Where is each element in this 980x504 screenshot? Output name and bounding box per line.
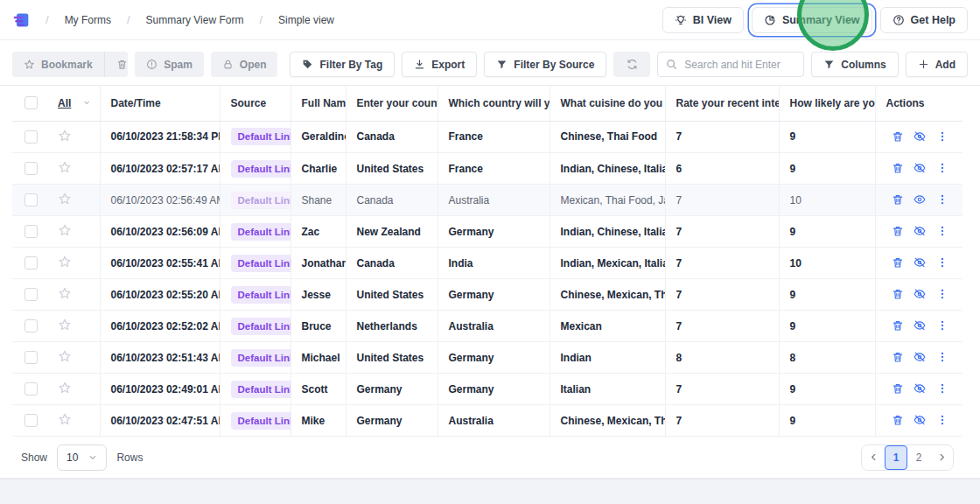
eye-off-icon[interactable] — [914, 414, 926, 426]
source-badge[interactable]: Default Link — [231, 160, 291, 178]
filter-by-tag-button[interactable]: Filter By Tag — [290, 52, 395, 77]
cell-cuisine[interactable]: Chinese, Mexican, Tha... — [550, 405, 665, 437]
cell-rate[interactable]: 7 — [665, 405, 779, 437]
kebab-menu-icon[interactable] — [936, 288, 948, 300]
cell-full-name[interactable]: Michael — [290, 342, 346, 374]
cell-which-country[interactable]: Australia — [438, 311, 550, 342]
cell-cuisine[interactable]: Indian, Chinese, Italian — [550, 153, 665, 185]
get-help-button[interactable]: Get Help — [880, 7, 968, 33]
cell-likely[interactable]: 9 — [779, 121, 875, 153]
table-row[interactable]: 06/10/2023 21:58:34 PMDefault LinkGerald… — [12, 121, 962, 153]
cell-datetime[interactable]: 06/10/2023 02:51:43 AM — [100, 342, 220, 374]
add-button[interactable]: Add — [906, 52, 968, 77]
kebab-menu-icon[interactable] — [936, 414, 948, 426]
eye-off-icon[interactable] — [914, 319, 926, 332]
table-row[interactable]: 06/10/2023 02:55:20 AMDefault LinkJesseU… — [12, 279, 962, 311]
cell-country[interactable]: Canada — [346, 185, 438, 216]
cell-which-country[interactable]: Germany — [438, 216, 550, 248]
kebab-menu-icon[interactable] — [936, 225, 948, 237]
cell-rate[interactable]: 7 — [665, 185, 779, 216]
cell-cuisine[interactable]: Indian, Chinese, Italian — [550, 216, 665, 248]
cell-rate[interactable]: 6 — [665, 153, 779, 185]
cell-cuisine[interactable]: Indian — [550, 342, 665, 374]
eye-off-icon[interactable] — [914, 162, 926, 174]
cell-datetime[interactable]: 06/10/2023 02:49:01 AM — [100, 374, 220, 405]
select-all-checkbox[interactable] — [24, 96, 38, 109]
star-icon[interactable] — [58, 129, 72, 143]
cell-country[interactable]: New Zealand — [346, 216, 438, 248]
cell-country[interactable]: United States — [346, 279, 438, 311]
bookmark-button[interactable]: Bookmark — [12, 52, 105, 77]
cell-datetime[interactable]: 06/10/2023 02:56:49 AM — [100, 185, 220, 216]
eye-icon[interactable] — [914, 193, 926, 206]
cell-full-name[interactable]: Zac — [290, 216, 346, 248]
search-input[interactable] — [657, 52, 804, 77]
cell-cuisine[interactable]: Indian, Mexican, Italian — [550, 248, 665, 279]
cell-datetime[interactable]: 06/10/2023 21:58:34 PM — [100, 121, 220, 153]
cell-cuisine[interactable]: Chinese, Thai Food — [550, 121, 665, 153]
cell-rate[interactable]: 7 — [665, 279, 779, 311]
cell-full-name[interactable]: Charlie — [290, 153, 346, 185]
star-icon[interactable] — [58, 412, 72, 426]
kebab-menu-icon[interactable] — [936, 319, 948, 332]
columns-button[interactable]: Columns — [811, 52, 898, 77]
eye-off-icon[interactable] — [914, 256, 926, 269]
page-button-2[interactable]: 2 — [907, 445, 930, 470]
trash-icon[interactable] — [892, 351, 904, 363]
app-logo-icon[interactable] — [12, 11, 30, 29]
eye-off-icon[interactable] — [914, 225, 926, 237]
cell-rate[interactable]: 7 — [665, 121, 779, 153]
table-row[interactable]: 06/10/2023 02:52:02 AMDefault LinkBruceN… — [12, 311, 962, 342]
star-icon[interactable] — [58, 160, 72, 174]
cell-datetime[interactable]: 06/10/2023 02:47:51 AM — [100, 405, 220, 437]
trash-icon[interactable] — [892, 319, 904, 332]
col-header-full-name[interactable]: Full Name — [290, 86, 346, 121]
cell-rate[interactable]: 8 — [665, 342, 779, 374]
kebab-menu-icon[interactable] — [936, 351, 948, 363]
row-checkbox[interactable] — [24, 288, 38, 301]
spam-button[interactable]: Spam — [135, 52, 204, 77]
cell-datetime[interactable]: 06/10/2023 02:52:02 AM — [100, 311, 220, 342]
kebab-menu-icon[interactable] — [936, 162, 948, 174]
bi-view-button[interactable]: BI View — [662, 7, 744, 33]
table-row[interactable]: 06/10/2023 02:56:09 AMDefault LinkZacNew… — [12, 216, 962, 248]
cell-full-name[interactable]: Mike — [290, 405, 346, 437]
trash-icon[interactable] — [892, 193, 904, 206]
cell-country[interactable]: Canada — [346, 121, 438, 153]
cell-rate[interactable]: 7 — [665, 374, 779, 405]
cell-full-name[interactable]: Jonathan — [290, 248, 346, 279]
select-all-label[interactable]: All — [58, 97, 71, 109]
table-row[interactable]: 06/10/2023 02:47:51 AMDefault LinkMikeGe… — [12, 405, 962, 437]
cell-likely[interactable]: 9 — [779, 153, 875, 185]
cell-which-country[interactable]: Germany — [438, 374, 550, 405]
cell-likely[interactable]: 9 — [779, 374, 875, 405]
source-badge[interactable]: Default Link — [231, 286, 291, 304]
filter-by-source-button[interactable]: Filter By Source — [484, 52, 606, 77]
trash-icon[interactable] — [892, 225, 904, 237]
cell-country[interactable]: United States — [346, 342, 438, 374]
refresh-button[interactable] — [613, 52, 650, 77]
star-icon[interactable] — [58, 349, 72, 363]
breadcrumb-view-name[interactable]: Simple view — [278, 14, 334, 26]
cell-country[interactable]: Germany — [346, 405, 438, 437]
source-badge[interactable]: Default Link — [231, 381, 291, 398]
delete-button[interactable]: Delete — [105, 52, 128, 77]
prev-page-button[interactable] — [862, 445, 885, 470]
row-checkbox[interactable] — [24, 414, 38, 427]
trash-icon[interactable] — [892, 382, 904, 395]
rows-per-page-select[interactable]: 10 — [57, 444, 107, 471]
cell-which-country[interactable]: France — [438, 121, 550, 153]
cell-which-country[interactable]: India — [438, 248, 550, 279]
kebab-menu-icon[interactable] — [936, 130, 948, 143]
cell-full-name[interactable]: Scott — [290, 374, 346, 405]
row-checkbox[interactable] — [24, 225, 38, 238]
trash-icon[interactable] — [892, 162, 904, 174]
cell-country[interactable]: Germany — [346, 374, 438, 405]
eye-off-icon[interactable] — [914, 351, 926, 363]
row-checkbox[interactable] — [24, 319, 38, 332]
trash-icon[interactable] — [892, 288, 904, 300]
table-row[interactable]: 06/10/2023 02:57:17 AMDefault LinkCharli… — [12, 153, 962, 185]
cell-cuisine[interactable]: Mexican, Thai Food, Ja... — [550, 185, 665, 216]
col-header-country[interactable]: Enter your country — [346, 86, 438, 121]
cell-rate[interactable]: 7 — [665, 216, 779, 248]
